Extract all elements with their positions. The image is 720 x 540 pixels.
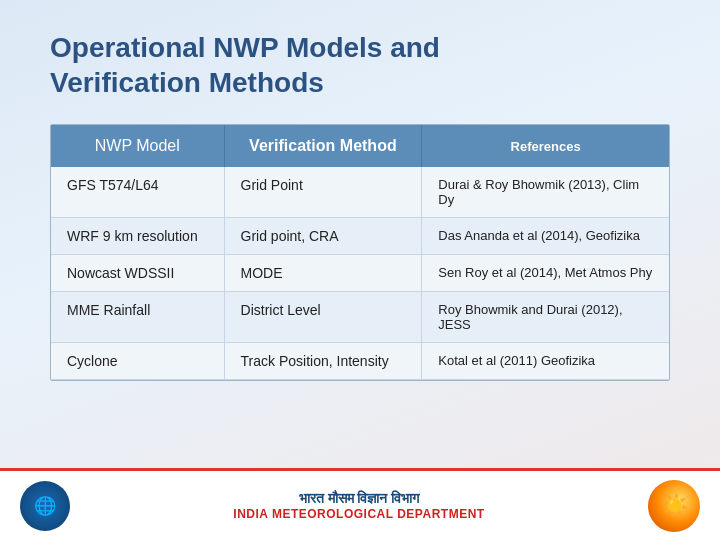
- col-header-method: Verification Method: [224, 125, 422, 167]
- footer-english-text: INDIA METEOROLOGICAL DEPARTMENT: [80, 507, 638, 521]
- table-row: CycloneTrack Position, IntensityKotal et…: [51, 343, 669, 380]
- table-row: WRF 9 km resolutionGrid point, CRADas An…: [51, 218, 669, 255]
- title-line2: Verification Methods: [50, 67, 324, 98]
- table-header-row: NWP Model Verification Method References: [51, 125, 669, 167]
- col-header-references: References: [422, 125, 669, 167]
- table-row: Nowcast WDSSIIMODESen Roy et al (2014), …: [51, 255, 669, 292]
- cell-model-2: Nowcast WDSSII: [51, 255, 224, 292]
- table-row: MME RainfallDistrict LevelRoy Bhowmik an…: [51, 292, 669, 343]
- slide-container: Operational NWP Models and Verification …: [0, 0, 720, 540]
- cell-references-3: Roy Bhowmik and Durai (2012), JESS: [422, 292, 669, 343]
- footer-center-text: भारत मौसम विज्ञान विभाग INDIA METEOROLOG…: [70, 490, 648, 521]
- cell-model-0: GFS T574/L64: [51, 167, 224, 218]
- cell-method-1: Grid point, CRA: [224, 218, 422, 255]
- sun-icon: ☀️: [661, 493, 688, 519]
- footer: 🌐 भारत मौसम विज्ञान विभाग INDIA METEOROL…: [0, 468, 720, 540]
- table-row: GFS T574/L64Grid PointDurai & Roy Bhowmi…: [51, 167, 669, 218]
- footer-hindi-text: भारत मौसम विज्ञान विभाग: [80, 490, 638, 507]
- cell-references-0: Durai & Roy Bhowmik (2013), Clim Dy: [422, 167, 669, 218]
- cell-references-4: Kotal et al (2011) Geofizika: [422, 343, 669, 380]
- footer-logo-left: 🌐: [20, 481, 70, 531]
- cell-model-3: MME Rainfall: [51, 292, 224, 343]
- footer-logo-right: ☀️: [648, 480, 700, 532]
- logo-left-icon: 🌐: [34, 495, 56, 517]
- cell-references-2: Sen Roy et al (2014), Met Atmos Phy: [422, 255, 669, 292]
- cell-method-4: Track Position, Intensity: [224, 343, 422, 380]
- cell-method-3: District Level: [224, 292, 422, 343]
- main-table-wrapper: NWP Model Verification Method References…: [50, 124, 670, 381]
- cell-method-2: MODE: [224, 255, 422, 292]
- cell-references-1: Das Ananda et al (2014), Geofizika: [422, 218, 669, 255]
- col-header-model: NWP Model: [51, 125, 224, 167]
- cell-method-0: Grid Point: [224, 167, 422, 218]
- title-line1: Operational NWP Models and: [50, 32, 440, 63]
- slide-title: Operational NWP Models and Verification …: [50, 30, 670, 100]
- cell-model-4: Cyclone: [51, 343, 224, 380]
- cell-model-1: WRF 9 km resolution: [51, 218, 224, 255]
- nwp-table: NWP Model Verification Method References…: [51, 125, 669, 380]
